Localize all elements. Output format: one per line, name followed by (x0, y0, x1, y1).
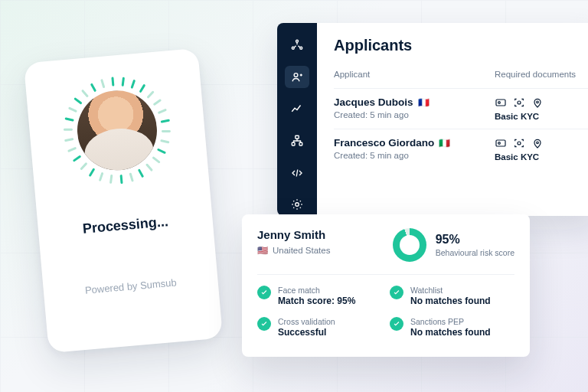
check-face-match: Face match Match score: 95% (257, 286, 382, 306)
svg-rect-6 (299, 142, 302, 145)
sidebar (277, 23, 317, 216)
flag-icon: 🇫🇷 (418, 97, 430, 108)
check-icon (390, 286, 403, 299)
id-card-icon (495, 96, 507, 109)
table-row[interactable]: Francesco Giordano 🇮🇹 Created: 5 min ago… (334, 129, 588, 169)
hub-icon[interactable] (285, 34, 309, 57)
svg-point-10 (518, 101, 521, 104)
col-documents: Required documents (495, 70, 588, 79)
svg-point-7 (296, 203, 299, 207)
avatar-progress-ring (59, 73, 175, 189)
flag-icon: 🇺🇸 (257, 245, 268, 256)
risk-donut (393, 228, 426, 262)
risk-percent: 95% (436, 233, 514, 247)
svg-point-15 (537, 142, 539, 144)
check-icon (257, 286, 271, 299)
svg-point-14 (518, 142, 521, 145)
face-scan-icon (513, 137, 525, 149)
check-value: No matches found (410, 327, 491, 338)
svg-point-2 (300, 47, 302, 49)
score-card: Jenny Smith 🇺🇸 Unaited States 95% Behavi… (242, 214, 530, 357)
flag-icon: 🇮🇹 (439, 138, 450, 149)
applicants-panel: Applicants Applicant Required documents … (277, 23, 588, 216)
svg-point-1 (292, 47, 294, 49)
id-card-icon (495, 137, 507, 149)
page-title: Applicants (334, 37, 588, 54)
created-label: Created: 5 min ago (334, 110, 495, 119)
risk-percent-label: Behavioural risk score (436, 248, 514, 257)
processing-card: Processing... Powered by Sumsub (24, 48, 223, 353)
svg-rect-8 (496, 100, 505, 106)
doc-label: Basic KYC (495, 152, 588, 162)
applicant-name: Jacques Dubois (334, 96, 413, 108)
processing-status: Processing... (82, 214, 168, 237)
applicant-avatar (74, 87, 161, 174)
applicant-name: Francesco Giordano (334, 137, 434, 149)
face-scan-icon (513, 96, 525, 109)
check-label: Face match (278, 286, 355, 295)
doc-label: Basic KYC (495, 112, 588, 121)
check-value: Successful (278, 327, 335, 338)
trend-icon[interactable] (285, 97, 309, 120)
powered-by-label: Powered by Sumsub (84, 276, 177, 296)
doc-icons (495, 96, 588, 109)
score-name: Jenny Smith (257, 228, 330, 241)
check-sanctions: Sanctions PEP No matches found (390, 317, 514, 338)
check-value: No matches found (410, 296, 491, 306)
svg-rect-4 (296, 136, 299, 139)
svg-point-13 (498, 142, 501, 145)
created-label: Created: 5 min ago (334, 151, 495, 160)
check-icon (390, 317, 403, 331)
code-icon[interactable] (285, 162, 309, 185)
svg-rect-5 (292, 142, 295, 145)
check-watchlist: Watchlist No matches found (390, 286, 514, 306)
table-header: Applicant Required documents (334, 70, 588, 79)
col-applicant: Applicant (334, 70, 495, 79)
location-icon (531, 96, 544, 109)
check-cross-validation: Cross validation Successful (257, 317, 382, 338)
check-icon (257, 317, 271, 331)
svg-point-0 (296, 40, 299, 42)
score-country: Unaited States (273, 246, 330, 255)
table-row[interactable]: Jacques Dubois 🇫🇷 Created: 5 min ago Bas… (334, 88, 588, 129)
check-label: Watchlist (410, 286, 491, 295)
check-value: Match score: 95% (278, 296, 355, 306)
check-label: Cross validation (278, 317, 335, 326)
svg-point-11 (537, 101, 539, 103)
person-icon[interactable] (285, 66, 309, 89)
svg-point-3 (294, 73, 298, 77)
doc-icons (495, 137, 588, 149)
svg-rect-12 (496, 140, 505, 146)
svg-point-9 (498, 102, 501, 104)
location-icon (531, 137, 544, 149)
applicants-main: Applicants Applicant Required documents … (317, 23, 588, 216)
check-label: Sanctions PEP (410, 317, 491, 326)
tree-icon[interactable] (285, 129, 309, 152)
gear-icon[interactable] (285, 193, 309, 216)
